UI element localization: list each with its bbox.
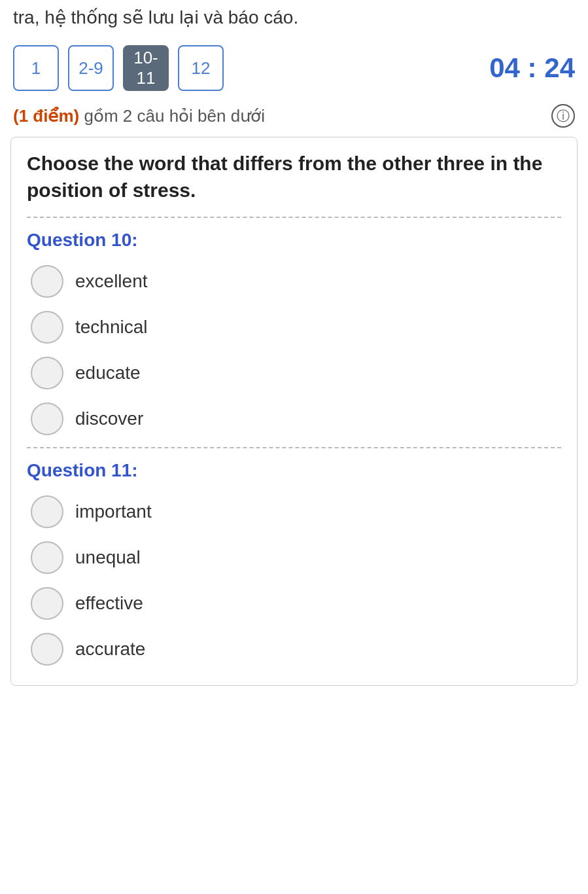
q11-radio-0[interactable] [31, 495, 63, 528]
question-11-label: Question 11: [27, 460, 561, 481]
nav-timer-row: 1 2-9 10-11 12 04 : 24 [0, 39, 588, 104]
card-title: Choose the word that differs from the ot… [27, 151, 561, 204]
points-rest: gồm 2 câu hỏi bên dưới [79, 106, 265, 126]
nav-btn-10-11[interactable]: 10-11 [123, 45, 169, 91]
points-highlight: (1 điểm) [13, 106, 79, 126]
q10-option-1[interactable]: technical [31, 311, 561, 344]
q11-radio-3[interactable] [31, 633, 63, 666]
nav-btn-1[interactable]: 1 [13, 45, 59, 91]
q10-radio-0[interactable] [31, 265, 63, 298]
nav-btn-2-9[interactable]: 2-9 [68, 45, 114, 91]
q10-option-0[interactable]: excellent [31, 265, 561, 298]
q11-option-2[interactable]: effective [31, 587, 561, 620]
q11-option-1-text: unequal [75, 547, 141, 568]
points-row: (1 điểm) gồm 2 câu hỏi bên dưới ⓘ [0, 104, 588, 137]
q10-option-2[interactable]: educate [31, 357, 561, 389]
info-icon[interactable]: ⓘ [551, 104, 575, 128]
q11-option-2-text: effective [75, 593, 143, 614]
q10-option-3-text: discover [75, 408, 143, 429]
question-10-options: excellent technical educate discover [27, 265, 561, 435]
nav-buttons: 1 2-9 10-11 12 [13, 45, 224, 91]
q10-radio-3[interactable] [31, 402, 63, 435]
top-text: tra, hệ thống sẽ lưu lại và báo cáo. [0, 0, 588, 39]
q10-option-3[interactable]: discover [31, 402, 561, 435]
q10-radio-1[interactable] [31, 311, 63, 344]
question-11-options: important unequal effective accurate [27, 495, 561, 666]
q10-radio-2[interactable] [31, 357, 63, 389]
q11-radio-1[interactable] [31, 541, 63, 574]
question-10-label: Question 10: [27, 230, 561, 251]
nav-btn-12[interactable]: 12 [178, 45, 224, 91]
q10-option-2-text: educate [75, 363, 141, 384]
points-text: (1 điểm) gồm 2 câu hỏi bên dưới [13, 106, 265, 126]
q11-radio-2[interactable] [31, 587, 63, 620]
divider-2 [27, 447, 561, 448]
q11-option-0[interactable]: important [31, 495, 561, 528]
q10-option-1-text: technical [75, 317, 148, 338]
q10-option-0-text: excellent [75, 271, 148, 292]
question-card: Choose the word that differs from the ot… [10, 137, 578, 686]
timer-display: 04 : 24 [489, 52, 575, 84]
q11-option-3[interactable]: accurate [31, 633, 561, 666]
q11-option-0-text: important [75, 501, 152, 522]
q11-option-3-text: accurate [75, 639, 145, 660]
divider-1 [27, 217, 561, 218]
q11-option-1[interactable]: unequal [31, 541, 561, 574]
